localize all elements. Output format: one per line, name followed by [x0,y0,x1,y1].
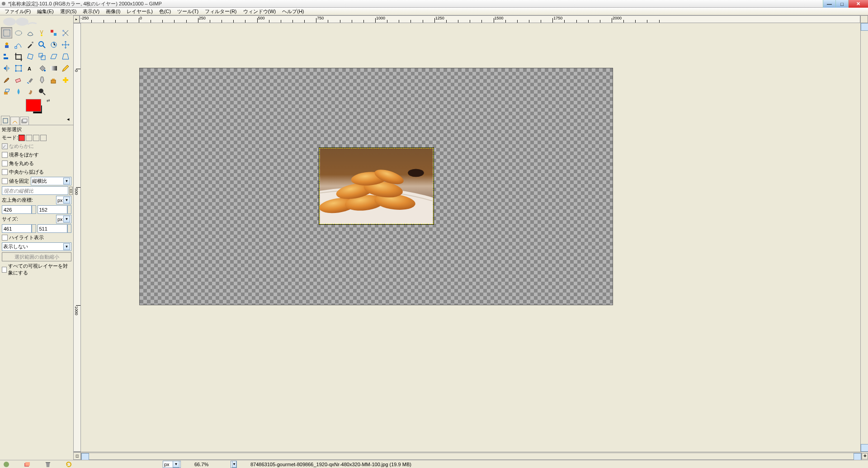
pos-y-spinner[interactable] [67,205,72,214]
antialias-label: なめらかに [9,143,34,150]
status-unit-combo[interactable]: px▼ [163,461,181,468]
tool-perspective-clone[interactable] [1,86,12,97]
portrait-button[interactable]: ▯ [69,187,73,195]
tool-scale[interactable] [36,51,47,62]
tool-text[interactable]: A [24,62,36,74]
menu-select[interactable]: 選択(S) [57,8,80,15]
auto-shrink-button[interactable]: 選択範囲の自動縮小 [2,252,71,261]
tool-eraser[interactable] [13,74,24,85]
fixed-mode-combo[interactable]: 縦横比▼ [31,177,71,185]
wilber-status-icon [3,461,10,468]
canvas-image[interactable] [140,68,613,305]
fg-color[interactable] [26,99,41,112]
tool-scissors[interactable] [60,27,71,38]
aspect-ratio-input[interactable] [2,186,68,195]
tab-layers[interactable] [20,117,29,125]
menu-help[interactable]: ヘルプ(H) [279,8,307,15]
tool-heal[interactable] [60,74,71,85]
expand-center-checkbox[interactable] [2,169,8,175]
menu-layer[interactable]: レイヤー(L) [124,8,155,15]
tool-dodge[interactable] [36,86,47,97]
tool-fuzzy-select[interactable] [36,27,47,38]
mode-intersect[interactable] [40,135,47,141]
horizontal-scrollbar[interactable] [81,453,862,460]
pos-y-input[interactable] [38,205,67,214]
size-w-spinner[interactable] [32,224,36,233]
swap-colors-icon[interactable]: ⇄ [47,98,50,103]
menu-window[interactable]: ウィンドウ(W) [241,8,279,15]
tool-by-color-select[interactable] [48,27,59,38]
tool-align[interactable] [1,51,12,62]
fixed-checkbox[interactable] [2,178,8,184]
mode-subtract[interactable] [33,135,39,141]
mode-replace[interactable] [19,135,25,141]
size-h-spinner[interactable] [67,224,72,233]
pos-x-input[interactable] [2,205,32,214]
menu-filter[interactable]: フィルター(R) [202,8,239,15]
zoom-fit-corner[interactable] [860,15,868,23]
maximize-button[interactable]: □ [835,0,848,8]
menu-file[interactable]: ファイル(F) [2,8,33,15]
close-button[interactable]: ✕ [848,0,868,8]
mode-add[interactable] [26,135,32,141]
tool-crop[interactable] [13,51,24,62]
tab-tool-options[interactable] [1,116,10,125]
horizontal-ruler[interactable]: -250025050075010001250150017502000 [80,15,860,23]
window-title: *[名称未設定]-101.0 (RGBカラー, 4枚のレイヤー) 2000x10… [8,0,866,7]
tab-device-status[interactable] [10,117,19,125]
nav-button[interactable]: ✥ [862,453,868,459]
menu-view[interactable]: 表示(V) [80,8,102,15]
ruler-origin-menu[interactable]: ▸ [73,15,80,23]
tool-zoom[interactable] [36,39,47,50]
menu-tools[interactable]: ツール(T) [175,8,201,15]
layer-content-image [320,148,433,224]
vertical-ruler[interactable]: 05001000 [73,23,81,452]
tool-blend[interactable] [48,62,59,74]
tool-ellipse-select[interactable] [13,27,24,38]
svg-rect-33 [65,77,66,83]
highlight-checkbox[interactable] [2,235,8,241]
zoom-combo[interactable]: ▼ [231,461,237,468]
tool-measure[interactable] [48,39,59,50]
svg-point-48 [4,462,9,467]
tool-flip[interactable] [1,62,12,74]
tool-color-picker[interactable] [24,39,36,50]
tool-blur[interactable] [13,86,24,97]
rounded-checkbox[interactable] [2,161,8,166]
tool-pencil[interactable] [60,62,71,74]
tool-bucket-fill[interactable] [36,62,47,74]
feather-checkbox[interactable] [2,152,8,158]
tab-menu-icon[interactable]: ◂ [67,116,72,122]
tool-shear[interactable] [48,51,59,62]
svg-rect-16 [4,57,8,59]
guides-combo[interactable]: 表示しない▼ [2,242,71,251]
tool-paintbrush[interactable] [1,74,12,85]
minimize-button[interactable]: — [823,0,835,8]
size-unit-combo[interactable]: px▼ [56,215,71,223]
tool-ink[interactable] [36,74,47,85]
sample-merged-checkbox[interactable] [2,267,7,273]
tool-free-select[interactable] [24,27,36,38]
tool-rotate[interactable] [24,51,36,62]
size-w-input[interactable] [2,224,32,233]
tool-clone[interactable] [48,74,59,85]
menu-image[interactable]: 画像(I) [103,8,123,15]
pos-x-spinner[interactable] [32,205,36,214]
vertical-scrollbar[interactable] [860,23,868,452]
tool-perspective[interactable] [60,51,71,62]
tool-smudge[interactable] [24,86,36,97]
zoom-field[interactable]: 66.7% [194,462,217,467]
tool-rect-select[interactable] [1,27,12,38]
menu-edit[interactable]: 編集(E) [34,8,57,15]
menu-color[interactable]: 色(C) [156,8,174,15]
position-unit-combo[interactable]: px▼ [56,196,71,204]
tool-airbrush[interactable] [24,74,36,85]
tool-move[interactable] [60,39,71,50]
tool-foreground-select[interactable] [1,39,12,50]
color-swatches[interactable]: ⇄ [26,99,44,114]
tool-paths[interactable] [13,39,24,50]
canvas-area[interactable] [81,23,860,452]
size-h-input[interactable] [38,224,67,233]
tool-cage[interactable] [13,62,24,74]
quick-mask-toggle[interactable]: ◫ [73,452,81,460]
